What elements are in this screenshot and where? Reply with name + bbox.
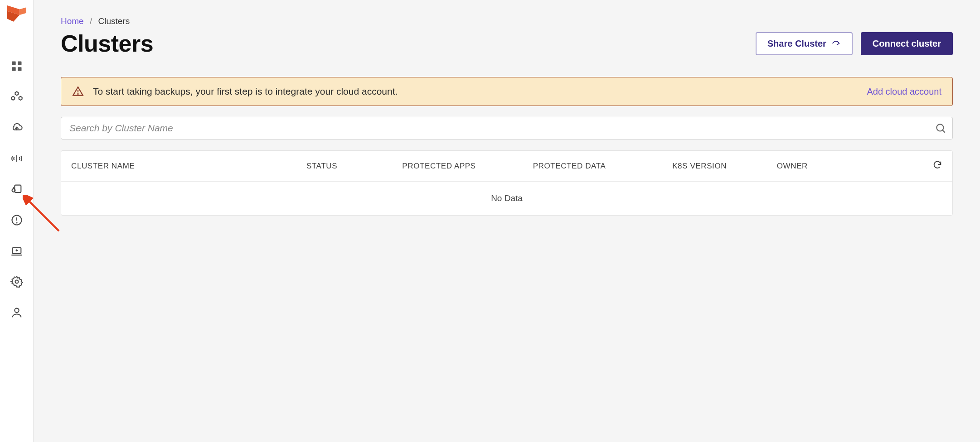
logo[interactable] — [7, 5, 26, 29]
header-actions: Share Cluster Connect cluster — [756, 32, 953, 55]
connect-cluster-button[interactable]: Connect cluster — [861, 32, 953, 55]
page-title: Clusters — [61, 30, 153, 57]
col-protected-data[interactable]: PROTECTED DATA — [533, 162, 673, 171]
col-owner[interactable]: OWNER — [777, 162, 882, 171]
col-cluster-name[interactable]: CLUSTER NAME — [71, 162, 306, 171]
svg-point-11 — [16, 222, 17, 223]
svg-point-17 — [15, 308, 19, 312]
search-wrap — [61, 117, 953, 139]
svg-point-19 — [78, 94, 78, 94]
col-k8s-version[interactable]: K8S VERSION — [672, 162, 777, 171]
breadcrumb-current: Clusters — [98, 16, 130, 26]
svg-rect-7 — [15, 185, 21, 192]
breadcrumb-home-link[interactable]: Home — [61, 16, 84, 26]
svg-point-20 — [936, 124, 943, 131]
svg-rect-4 — [18, 62, 21, 65]
nav-integrations-icon[interactable] — [10, 182, 24, 197]
svg-rect-3 — [12, 62, 15, 65]
logo-icon — [7, 5, 26, 29]
connect-cluster-label: Connect cluster — [873, 38, 941, 49]
clusters-table: CLUSTER NAME STATUS PROTECTED APPS PROTE… — [61, 150, 953, 216]
main-content: Home / Clusters Clusters Share Cluster C… — [34, 0, 980, 442]
svg-point-8 — [12, 189, 15, 192]
search-icon[interactable] — [935, 122, 946, 134]
share-icon — [831, 38, 841, 48]
col-status[interactable]: STATUS — [306, 162, 402, 171]
svg-line-21 — [942, 130, 945, 132]
svg-marker-2 — [19, 7, 26, 15]
breadcrumb-separator: / — [90, 16, 92, 26]
nav-cloud-icon[interactable] — [10, 120, 24, 135]
nav-backup-node-icon[interactable] — [10, 244, 24, 258]
breadcrumb: Home / Clusters — [61, 16, 953, 26]
refresh-icon[interactable] — [932, 160, 942, 170]
add-cloud-account-link[interactable]: Add cloud account — [867, 86, 941, 97]
nav-signals-icon[interactable] — [10, 151, 24, 166]
page-header: Clusters Share Cluster Connect cluster — [61, 30, 953, 57]
nav-dashboard-icon[interactable] — [10, 59, 24, 73]
nav-clusters-icon[interactable] — [10, 90, 24, 104]
svg-rect-5 — [12, 67, 15, 71]
table-header: CLUSTER NAME STATUS PROTECTED APPS PROTE… — [61, 151, 952, 182]
table-empty-state: No Data — [61, 182, 952, 215]
nav-user-icon[interactable] — [10, 305, 24, 320]
svg-rect-6 — [18, 67, 21, 71]
alert-text: To start taking backups, your first step… — [93, 86, 858, 97]
share-cluster-button[interactable]: Share Cluster — [756, 32, 853, 55]
share-cluster-label: Share Cluster — [767, 38, 826, 49]
nav-alerts-icon[interactable] — [10, 213, 24, 227]
sidebar — [0, 0, 34, 442]
col-protected-apps[interactable]: PROTECTED APPS — [402, 162, 533, 171]
svg-point-16 — [15, 280, 18, 283]
nav-settings-icon[interactable] — [10, 274, 24, 289]
search-input[interactable] — [61, 117, 953, 139]
warning-icon — [72, 86, 84, 97]
integration-alert: To start taking backups, your first step… — [61, 77, 953, 106]
